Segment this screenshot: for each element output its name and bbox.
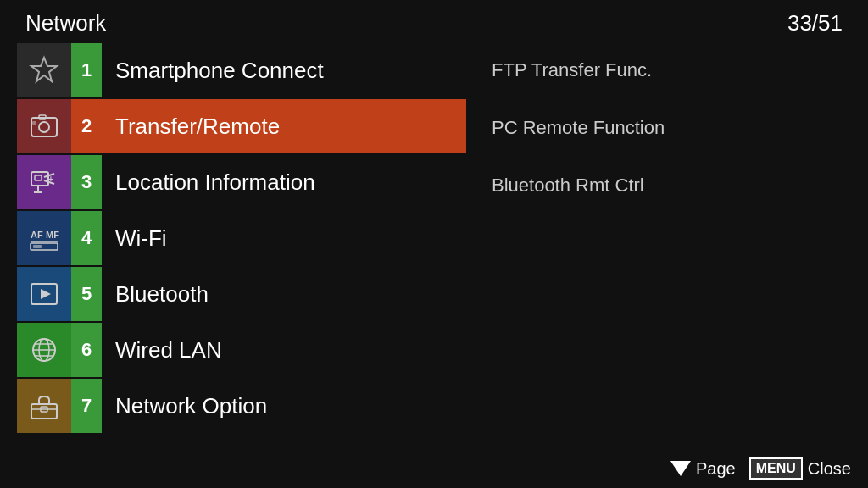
location-icon: + xyxy=(17,155,71,209)
menu-item-2[interactable]: 2 Transfer/Remote xyxy=(17,99,466,153)
right-panel-item-1: FTP Transfer Func. xyxy=(483,43,851,97)
svg-marker-0 xyxy=(31,58,57,81)
item-number-5: 5 xyxy=(71,267,102,321)
right-panel: FTP Transfer Func. PC Remote Function Bl… xyxy=(466,43,851,443)
svg-marker-18 xyxy=(41,289,51,299)
item-number-3: 3 xyxy=(71,155,102,209)
page-footer-item: Page xyxy=(670,459,736,479)
item-label-1: Smartphone Connect xyxy=(102,43,466,97)
page-title: Network xyxy=(25,10,106,36)
menu-item-6[interactable]: 6 Wired LAN xyxy=(17,323,466,377)
item-label-4: Wi-Fi xyxy=(102,211,466,265)
item-number-2: 2 xyxy=(71,99,102,153)
right-panel-item-7 xyxy=(483,389,851,443)
left-panel: 1 Smartphone Connect 2 Transfer/Remote xyxy=(17,43,466,443)
item-label-2: Transfer/Remote xyxy=(102,99,466,153)
toolbox-icon xyxy=(17,379,71,433)
right-panel-item-3: Bluetooth Rmt Ctrl xyxy=(483,158,851,213)
svg-point-2 xyxy=(39,122,49,132)
item-number-4: 4 xyxy=(71,211,102,265)
header: Network 33/51 xyxy=(0,0,868,43)
svg-rect-5 xyxy=(31,172,48,186)
page-icon xyxy=(670,461,691,476)
item-number-7: 7 xyxy=(71,379,102,433)
menu-item-1[interactable]: 1 Smartphone Connect xyxy=(17,43,466,97)
footer: Page MENU Close xyxy=(670,458,851,480)
star-icon xyxy=(17,43,71,97)
menu-key-label: MENU xyxy=(749,458,803,480)
item-label-5: Bluetooth xyxy=(102,267,466,321)
play-icon xyxy=(17,267,71,321)
item-label-6: Wired LAN xyxy=(102,323,466,377)
svg-rect-16 xyxy=(33,245,42,248)
close-footer-item: MENU Close xyxy=(749,458,851,480)
item-number-1: 1 xyxy=(71,43,102,97)
menu-item-7[interactable]: 7 Network Option xyxy=(17,379,466,433)
close-label: Close xyxy=(808,459,851,479)
svg-rect-4 xyxy=(32,121,36,125)
item-label-7: Network Option xyxy=(102,379,466,433)
main-content: 1 Smartphone Connect 2 Transfer/Remote xyxy=(0,43,868,443)
svg-text:AF: AF xyxy=(31,230,43,240)
item-number-6: 6 xyxy=(71,323,102,377)
page-label: Page xyxy=(696,459,736,479)
globe-icon xyxy=(17,323,71,377)
svg-rect-6 xyxy=(35,175,42,180)
svg-rect-1 xyxy=(31,118,57,136)
item-label-3: Location Information xyxy=(102,155,466,209)
menu-item-5[interactable]: 5 Bluetooth xyxy=(17,267,466,321)
menu-item-3[interactable]: + 3 Location Information xyxy=(17,155,466,209)
right-panel-item-2: PC Remote Function xyxy=(483,101,851,155)
menu-item-4[interactable]: AF MF 4 Wi-Fi xyxy=(17,211,466,265)
camera-icon xyxy=(17,99,71,153)
af-icon: AF MF xyxy=(17,211,71,265)
right-panel-item-4 xyxy=(483,216,851,270)
right-panel-item-6 xyxy=(483,331,851,385)
svg-text:MF: MF xyxy=(46,230,59,240)
svg-text:+: + xyxy=(48,175,53,184)
right-panel-item-5 xyxy=(483,274,851,328)
page-counter: 33/51 xyxy=(787,10,843,36)
